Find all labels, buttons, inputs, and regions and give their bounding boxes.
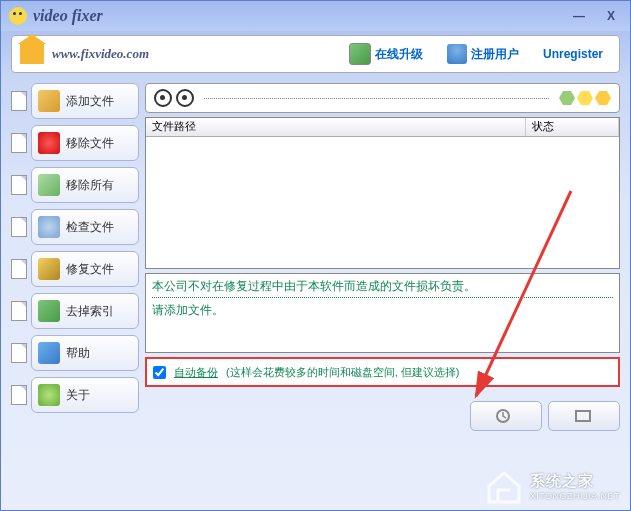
info-icon [38,384,60,406]
main-panel: 文件路径 状态 本公司不对在修复过程中由于本软件而造成的文件损坏负责。 请添加文… [145,83,620,503]
auto-backup-hint: (这样会花费较多的时间和磁盘空间, 但建议选择) [226,365,459,380]
page-icon [11,343,27,363]
page-icon [11,133,27,153]
minimize-button[interactable]: — [568,7,590,25]
title-bar: video fixer — X [1,1,630,31]
hex-decoration [559,91,611,105]
page-icon [11,175,27,195]
page-icon [11,385,27,405]
page-icon [11,91,27,111]
help-icon [38,342,60,364]
remove-icon [38,132,60,154]
log-prompt: 请添加文件。 [152,302,613,319]
svg-rect-1 [576,411,590,421]
app-icon [9,7,27,25]
decoration-bar [145,83,620,113]
website-url: www.fixvideo.com [52,46,333,62]
close-button[interactable]: X [600,7,622,25]
trash-icon [38,174,60,196]
help-button[interactable]: 帮助 [31,335,139,371]
bottom-button-1[interactable] [470,401,542,431]
file-list[interactable]: 文件路径 状态 [145,117,620,269]
check-file-button[interactable]: 检查文件 [31,209,139,245]
home-icon [20,44,44,64]
app-window: video fixer — X www.fixvideo.com 在线升级 注册… [0,0,631,511]
page-icon [11,259,27,279]
unregister-button[interactable]: Unregister [535,45,611,63]
page-icon [11,217,27,237]
about-button[interactable]: 关于 [31,377,139,413]
file-list-body [146,137,619,268]
folder-icon [38,90,60,112]
repair-file-button[interactable]: 修复文件 [31,251,139,287]
app-title: video fixer [33,7,568,25]
action-icon [573,408,595,424]
watermark-name: 系统之家 [530,472,620,491]
backup-option-row: 自动备份 (这样会花费较多的时间和磁盘空间, 但建议选择) [145,357,620,387]
remove-all-button[interactable]: 移除所有 [31,167,139,203]
remove-index-button[interactable]: 去掉索引 [31,293,139,329]
add-file-button[interactable]: 添加文件 [31,83,139,119]
auto-backup-label: 自动备份 [174,365,218,380]
remove-file-button[interactable]: 移除文件 [31,125,139,161]
log-disclaimer: 本公司不对在修复过程中由于本软件而造成的文件损坏负责。 [152,278,613,298]
column-header-status[interactable]: 状态 [526,118,619,136]
register-button[interactable]: 注册用户 [439,42,527,66]
auto-backup-checkbox[interactable] [153,366,166,379]
upgrade-button[interactable]: 在线升级 [341,41,431,67]
page-icon [11,301,27,321]
user-icon [447,44,467,64]
eye-icon [176,89,194,107]
action-icon [495,408,517,424]
bottom-button-2[interactable] [548,401,620,431]
eye-icon [154,89,172,107]
index-icon [38,300,60,322]
column-header-path[interactable]: 文件路径 [146,118,526,136]
wrench-icon [38,258,60,280]
upgrade-icon [349,43,371,65]
sidebar: 添加文件 移除文件 移除所有 检查文件 [11,83,139,503]
watermark: 系统之家 XITONGZHIJIA.NET [484,468,620,504]
watermark-logo-icon [484,468,524,504]
watermark-url: XITONGZHIJIA.NET [530,491,620,501]
magnifier-icon [38,216,60,238]
log-output: 本公司不对在修复过程中由于本软件而造成的文件损坏负责。 请添加文件。 [145,273,620,353]
top-toolbar: www.fixvideo.com 在线升级 注册用户 Unregister [11,35,620,73]
